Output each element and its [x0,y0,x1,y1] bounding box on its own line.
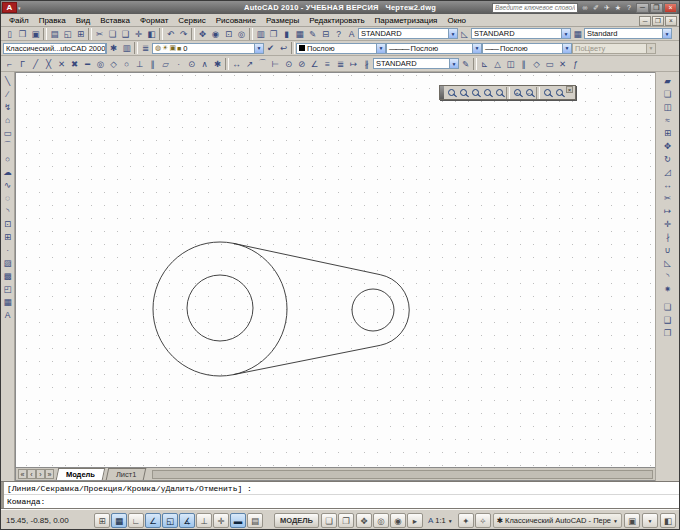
quick-view-drawings-icon[interactable]: ❐ [338,513,354,528]
grid-toggle[interactable]: ▦ [111,513,127,528]
zoom-center-button[interactable] [481,87,493,99]
show-dynamic-constraints-icon[interactable]: ▭ [543,58,556,70]
polygon-icon[interactable]: ⌂ [1,113,14,126]
infer-constraints-icon[interactable]: ∥ [517,58,530,70]
copy-clip-icon[interactable]: ❏ [106,28,119,40]
zoom-out-button[interactable]: − [523,87,535,99]
dim-radius-icon[interactable]: ⊙ [282,58,295,70]
show-motion-icon[interactable]: ▸ [407,513,423,528]
layer-combo[interactable]: ◍☀▣■ 0 ▼ [152,43,264,54]
color-combo[interactable]: Послою▼ [296,43,386,54]
dim-aligned-icon[interactable]: ↗ [243,58,256,70]
clean-screen-button[interactable]: ◧ [660,513,676,528]
circle-icon[interactable]: ○ [1,152,14,165]
model-space-button[interactable]: МОДЕЛЬ [274,513,319,528]
point-icon[interactable]: ∙ [1,243,14,256]
qp-toggle[interactable]: ▤ [247,513,263,528]
undo-icon[interactable]: ↶ [164,28,177,40]
paste-icon[interactable]: ❑ [119,28,132,40]
zoom-in-button[interactable]: + [511,87,523,99]
chevron-down-icon[interactable]: ▼ [449,59,458,68]
hatch-icon[interactable]: ▨ [1,256,14,269]
snap-nearest-icon[interactable]: ⊙ [185,58,198,70]
menu-draw[interactable]: Рисование [211,16,261,25]
menu-insert[interactable]: Вставка [95,16,135,25]
osnap-settings-icon[interactable]: ✱ [211,58,224,70]
toolbar-grip[interactable] [440,86,444,99]
annotation-scale-control[interactable]: A 1:1 ▼ [425,513,456,528]
text-style-combo[interactable]: STANDARD▼ [358,28,458,39]
snap-quadrant-icon[interactable]: ◇ [107,58,120,70]
make-block-icon[interactable]: ⊞ [1,230,14,243]
construction-line-icon[interactable]: ∕ [1,87,14,100]
snap-none-icon[interactable]: ∧ [198,58,211,70]
layer-previous-icon[interactable]: ↩ [277,42,290,54]
drawing-lever-outline[interactable] [234,243,410,374]
bring-above-objects-icon[interactable]: ❐ [661,326,674,339]
table-icon[interactable]: ▦ [1,295,14,308]
chevron-down-icon[interactable]: ▼ [448,29,457,38]
zoom-realtime-icon[interactable]: ◉ [209,28,222,40]
steering-wheel-icon[interactable]: ◉ [390,513,406,528]
workspace-combo[interactable]: Классический...utoCAD 2000▼ [3,43,107,54]
snap-tangent-icon[interactable]: ○ [120,58,133,70]
snap-center-icon[interactable]: ◎ [94,58,107,70]
zoom-dynamic-button[interactable] [457,87,469,99]
snap-toggle[interactable]: ⊞ [94,513,110,528]
dyn-toggle[interactable]: ✛ [213,513,229,528]
block-editor-icon[interactable]: ◧ [145,28,158,40]
zoom-object-button[interactable] [493,87,505,99]
snap-apparent-intersection-icon[interactable]: ✖ [68,58,81,70]
dimensional-constraint-icon[interactable]: ◇ [530,58,543,70]
dim-linear-icon[interactable]: ↔ [230,58,243,70]
dim-style-icon[interactable]: ◺ [458,28,471,40]
copy-icon[interactable]: ❏ [661,87,674,100]
save-icon[interactable]: ▣ [29,28,42,40]
doc-restore-button[interactable]: ❐ [652,16,664,26]
temporary-track-point-icon[interactable]: ⌐ [3,58,16,70]
communication-center-icon[interactable]: ✈ [602,3,612,13]
restore-button[interactable]: ❐ [650,3,663,13]
last-layout-button[interactable]: » [45,469,54,479]
close-icon[interactable]: × [566,86,573,93]
command-window-grip[interactable] [1,482,4,508]
extend-icon[interactable]: ↦ [661,204,674,217]
doc-minimize-button[interactable]: ─ [639,16,651,26]
snap-node-icon[interactable]: ∙ [172,58,185,70]
dim-arc-length-icon[interactable]: ⌒ [256,58,269,70]
spline-icon[interactable]: ∿ [1,178,14,191]
menu-window[interactable]: Окно [442,16,471,25]
rotate-icon[interactable]: ↻ [661,152,674,165]
help-icon[interactable]: ? [624,3,634,13]
otrack-toggle[interactable]: ∡ [179,513,195,528]
search-binoculars-icon[interactable]: ∞ [580,3,590,13]
favorites-star-icon[interactable]: ★ [613,3,623,13]
infocenter-search-input[interactable] [492,3,578,13]
workspace-save-icon[interactable]: ▥ [120,42,133,54]
move-icon[interactable]: ✥ [661,139,674,152]
first-layout-button[interactable]: « [18,469,27,479]
next-layout-button[interactable]: › [36,469,45,479]
table-style-icon[interactable]: ▦ [571,28,584,40]
designcenter-icon[interactable]: ❐ [267,28,280,40]
open-icon[interactable]: ❒ [16,28,29,40]
table-style-combo[interactable]: Standard▼ [584,28,672,39]
send-to-back-icon[interactable]: ❑ [661,313,674,326]
menu-file[interactable]: Файл [4,16,34,25]
snap-perpendicular-icon[interactable]: ⊥ [133,58,146,70]
parameters-manager-icon[interactable]: ƒ [569,58,582,70]
menu-view[interactable]: Вид [71,16,95,25]
dim-ordinate-icon[interactable]: ⊢ [269,58,282,70]
zoom-extents-button[interactable] [553,87,565,99]
dimension-update-icon[interactable]: ✎ [459,58,472,70]
linetype-combo[interactable]: ——— Послою▼ [386,43,482,54]
zoom-icon[interactable]: ◎ [373,513,389,528]
line-icon[interactable]: ╲ [1,74,14,87]
zoom-previous-icon[interactable]: ◎ [235,28,248,40]
zoom-all-button[interactable] [541,87,553,99]
properties-palette-icon[interactable]: ▥ [254,28,267,40]
horizontal-scrollbar[interactable] [152,470,653,479]
menu-edit[interactable]: Правка [34,16,71,25]
autocad-logo-icon[interactable]: A [2,2,17,13]
scale-icon[interactable]: ◿ [661,165,674,178]
